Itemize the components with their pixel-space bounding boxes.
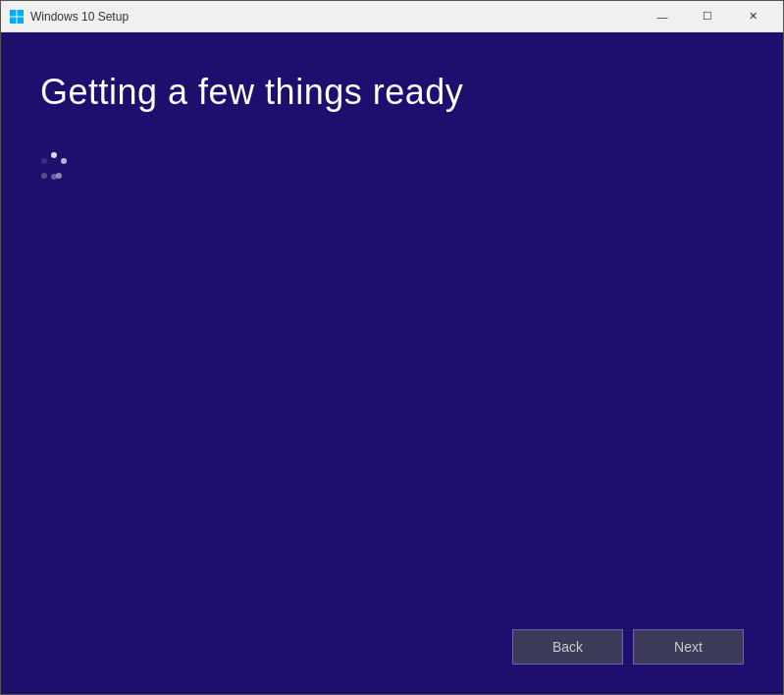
spinner-dot-4 (51, 174, 57, 180)
maximize-button[interactable]: ☐ (685, 1, 730, 32)
spinner-dot-2 (61, 158, 67, 164)
app-icon (9, 9, 25, 25)
titlebar: Windows 10 Setup — ☐ ✕ (1, 1, 783, 32)
footer-buttons: Back Next (512, 629, 744, 665)
window-title: Windows 10 Setup (30, 10, 640, 24)
loading-spinner-container (40, 152, 744, 180)
next-button[interactable]: Next (633, 629, 744, 665)
svg-rect-2 (10, 17, 17, 24)
setup-window: Windows 10 Setup — ☐ ✕ Getting a few thi… (0, 0, 784, 695)
spinner-dot-5 (41, 173, 47, 179)
window-controls: — ☐ ✕ (640, 1, 775, 32)
back-button[interactable]: Back (512, 629, 623, 665)
svg-rect-0 (10, 10, 17, 17)
page-heading: Getting a few things ready (40, 72, 744, 113)
spinner-dot-3 (56, 173, 62, 179)
spinner-dot-1 (51, 152, 57, 158)
svg-rect-3 (18, 17, 25, 24)
close-button[interactable]: ✕ (730, 1, 775, 32)
main-content: Getting a few things ready Back Next (1, 32, 783, 694)
svg-rect-1 (18, 10, 25, 17)
loading-spinner (40, 152, 68, 180)
minimize-button[interactable]: — (640, 1, 685, 32)
spinner-dot-6 (41, 158, 47, 164)
